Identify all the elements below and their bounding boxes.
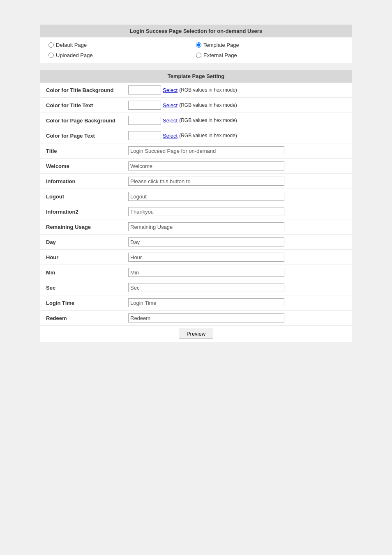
select-link-page-bg[interactable]: Select bbox=[163, 117, 178, 124]
template-section-header: Template Page Setting bbox=[40, 70, 352, 83]
text-input-sec[interactable] bbox=[128, 283, 284, 292]
text-row-remaining-usage: Remaining Usage bbox=[40, 219, 352, 235]
text-label-min: Min bbox=[40, 265, 122, 280]
text-label-information2: Information2 bbox=[40, 204, 122, 219]
radio-template-page[interactable] bbox=[196, 42, 201, 48]
page-wrapper: Login Success Page Selection for on-dema… bbox=[40, 25, 352, 342]
radio-default-page[interactable] bbox=[48, 42, 54, 48]
text-row-hour: Hour bbox=[40, 250, 352, 265]
text-label-redeem: Redeem bbox=[40, 311, 122, 326]
text-input-remaining-usage[interactable] bbox=[128, 222, 284, 231]
text-row-redeem: Redeem bbox=[40, 311, 352, 326]
text-row-login-time: Login Time bbox=[40, 295, 352, 311]
rgb-hint-title-bg: (RGB values in hex mode) bbox=[179, 87, 237, 93]
select-link-page-text[interactable]: Select bbox=[163, 133, 178, 139]
login-success-header: Login Success Page Selection for on-dema… bbox=[40, 25, 352, 37]
radio-label-default: Default Page bbox=[56, 42, 87, 48]
radio-item-template[interactable]: Template Page bbox=[196, 41, 344, 49]
color-label-page-text: Color for Page Text bbox=[40, 128, 122, 143]
color-control-title-text: Select (RGB values in hex mode) bbox=[128, 101, 346, 110]
text-input-min[interactable] bbox=[128, 268, 284, 277]
text-label-information: Information bbox=[40, 174, 122, 189]
color-control-page-bg: Select (RGB values in hex mode) bbox=[128, 116, 346, 125]
radio-item-uploaded[interactable]: Uploaded Page bbox=[48, 51, 196, 60]
color-label-page-bg: Color for Page Background bbox=[40, 113, 122, 128]
color-row-page-bg: Color for Page Background Select (RGB va… bbox=[40, 113, 352, 128]
text-input-title[interactable] bbox=[128, 146, 284, 155]
text-label-logout: Logout bbox=[40, 189, 122, 204]
radio-item-external[interactable]: External Page bbox=[196, 51, 344, 60]
text-input-login-time[interactable] bbox=[128, 298, 284, 307]
text-row-information: Information bbox=[40, 174, 352, 189]
color-control-page-text: Select (RGB values in hex mode) bbox=[128, 131, 346, 140]
text-row-welcome: Welcome bbox=[40, 159, 352, 174]
text-row-information2: Information2 bbox=[40, 204, 352, 219]
color-label-title-text: Color for Title Text bbox=[40, 98, 122, 113]
color-row-page-text: Color for Page Text Select (RGB values i… bbox=[40, 128, 352, 143]
text-label-hour: Hour bbox=[40, 250, 122, 265]
text-label-welcome: Welcome bbox=[40, 159, 122, 174]
text-row-sec: Sec bbox=[40, 280, 352, 295]
text-input-information2[interactable] bbox=[128, 207, 284, 216]
color-swatch-title-bg[interactable] bbox=[128, 85, 161, 94]
rgb-hint-title-text: (RGB values in hex mode) bbox=[179, 102, 237, 108]
color-row-title-bg: Color for Title Background Select (RGB v… bbox=[40, 83, 352, 98]
radio-label-external: External Page bbox=[203, 52, 237, 58]
text-input-hour[interactable] bbox=[128, 253, 284, 262]
color-row-title-text: Color for Title Text Select (RGB values … bbox=[40, 98, 352, 113]
rgb-hint-page-bg: (RGB values in hex mode) bbox=[179, 117, 237, 123]
template-section: Template Page Setting Color for Title Ba… bbox=[40, 70, 352, 342]
color-label-title-bg: Color for Title Background bbox=[40, 83, 122, 98]
text-label-title: Title bbox=[40, 143, 122, 159]
color-swatch-title-text[interactable] bbox=[128, 101, 161, 110]
radio-label-uploaded: Uploaded Page bbox=[56, 52, 93, 58]
text-label-remaining-usage: Remaining Usage bbox=[40, 219, 122, 235]
radio-grid: Default Page Template Page Uploaded Page… bbox=[40, 37, 352, 63]
text-input-day[interactable] bbox=[128, 237, 284, 246]
text-label-day: Day bbox=[40, 235, 122, 250]
radio-uploaded-page[interactable] bbox=[48, 53, 54, 58]
login-success-section: Login Success Page Selection for on-dema… bbox=[40, 25, 352, 63]
text-input-logout[interactable] bbox=[128, 192, 284, 201]
radio-item-default[interactable]: Default Page bbox=[48, 41, 196, 49]
color-swatch-page-bg[interactable] bbox=[128, 116, 161, 125]
select-link-title-text[interactable]: Select bbox=[163, 102, 178, 108]
color-control-title-bg: Select (RGB values in hex mode) bbox=[128, 85, 346, 94]
color-swatch-page-text[interactable] bbox=[128, 131, 161, 140]
text-row-min: Min bbox=[40, 265, 352, 280]
preview-row: Preview bbox=[40, 326, 352, 342]
text-input-welcome[interactable] bbox=[128, 161, 284, 170]
radio-external-page[interactable] bbox=[196, 53, 201, 58]
text-label-login-time: Login Time bbox=[40, 295, 122, 311]
preview-button[interactable]: Preview bbox=[179, 329, 213, 339]
text-row-title: Title bbox=[40, 143, 352, 159]
text-input-information[interactable] bbox=[128, 177, 284, 186]
text-input-redeem[interactable] bbox=[128, 313, 284, 322]
radio-label-template: Template Page bbox=[203, 42, 239, 48]
select-link-title-bg[interactable]: Select bbox=[163, 87, 178, 93]
settings-table: Color for Title Background Select (RGB v… bbox=[40, 83, 352, 342]
rgb-hint-page-text: (RGB values in hex mode) bbox=[179, 133, 237, 138]
text-row-day: Day bbox=[40, 235, 352, 250]
text-row-logout: Logout bbox=[40, 189, 352, 204]
text-label-sec: Sec bbox=[40, 280, 122, 295]
